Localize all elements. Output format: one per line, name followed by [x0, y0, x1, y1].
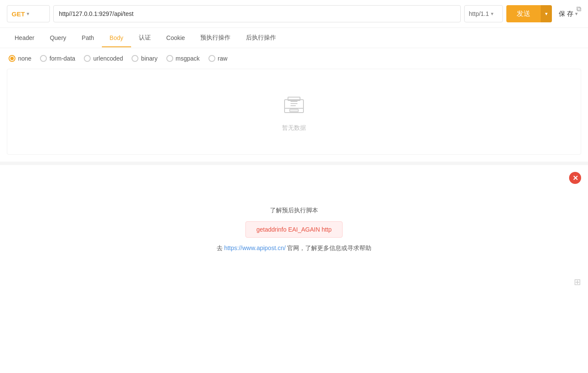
error-message-box: getaddrinfo EAI_AGAIN http	[245, 221, 342, 238]
svg-rect-3	[290, 109, 298, 112]
send-button-wrap: 发送 ▾	[506, 5, 552, 22]
layout-icon-symbol: ⊞	[574, 277, 581, 287]
radio-label-msgpack: msgpack	[176, 55, 200, 62]
top-bar: GET ▾ http/1.1 ▾ 发送 ▾ 保 存 ▾	[0, 0, 588, 28]
tab-post-exec[interactable]: 后执行操作	[238, 28, 284, 48]
save-label: 保 存	[559, 10, 573, 18]
radio-urlencoded[interactable]: urlencoded	[84, 55, 123, 62]
close-icon: ✕	[573, 174, 578, 182]
send-button[interactable]: 发送	[506, 5, 541, 22]
close-button[interactable]: ✕	[569, 172, 581, 184]
method-label: GET	[12, 10, 25, 18]
tab-body[interactable]: Body	[102, 28, 131, 47]
radio-circle-none	[9, 55, 15, 62]
radio-label-raw: raw	[218, 55, 228, 62]
body-content-area: 暂无数据	[7, 69, 581, 155]
body-type-bar: none form-data urlencoded binary msgpack…	[0, 48, 588, 69]
error-message-text: getaddrinfo EAI_AGAIN http	[256, 226, 331, 233]
tab-header[interactable]: Header	[7, 28, 42, 47]
radio-label-form-data: form-data	[49, 55, 75, 62]
tab-cookie[interactable]: Cookie	[159, 28, 193, 47]
bottom-content: 了解预后执行脚本 getaddrinfo EAI_AGAIN http 去 ht…	[7, 174, 581, 285]
method-dropdown-icon: ▾	[27, 11, 29, 17]
protocol-label: http/1.1	[469, 10, 489, 17]
radio-circle-binary	[132, 55, 138, 62]
website-prefix: 去	[217, 245, 224, 251]
radio-label-none: none	[18, 55, 31, 62]
send-dropdown-button[interactable]: ▾	[541, 5, 552, 22]
website-info: 去 https://www.apipost.cn/ 官网，了解更多信息或寻求帮助	[217, 245, 372, 252]
radio-label-urlencoded: urlencoded	[93, 55, 123, 62]
tab-query[interactable]: Query	[42, 28, 74, 47]
section-divider	[0, 162, 588, 165]
tabs-bar: Header Query Path Body 认证 Cookie 预执行操作 后…	[0, 28, 588, 48]
radio-binary[interactable]: binary	[132, 55, 157, 62]
website-link[interactable]: https://www.apipost.cn/	[224, 245, 285, 251]
tab-auth[interactable]: 认证	[131, 28, 159, 48]
tab-pre-exec[interactable]: 预执行操作	[193, 28, 238, 48]
protocol-select[interactable]: http/1.1 ▾	[464, 5, 503, 22]
tab-path[interactable]: Path	[74, 28, 102, 47]
radio-label-binary: binary	[141, 55, 157, 62]
url-input[interactable]	[53, 5, 461, 22]
learn-scripts-text: 了解预后执行脚本	[270, 207, 318, 214]
radio-inner-none	[10, 57, 14, 60]
radio-circle-msgpack	[166, 55, 173, 62]
bottom-section: ✕ 了解预后执行脚本 getaddrinfo EAI_AGAIN http 去 …	[0, 165, 588, 294]
website-suffix: 官网，了解更多信息或寻求帮助	[286, 245, 372, 251]
radio-raw[interactable]: raw	[208, 55, 228, 62]
radio-form-data[interactable]: form-data	[40, 55, 75, 62]
radio-circle-urlencoded	[84, 55, 91, 62]
empty-state-text: 暂无数据	[282, 124, 306, 132]
protocol-dropdown-icon: ▾	[491, 11, 493, 17]
radio-circle-form-data	[40, 55, 47, 62]
radio-msgpack[interactable]: msgpack	[166, 55, 200, 62]
radio-circle-raw	[208, 55, 215, 62]
radio-none[interactable]: none	[9, 55, 31, 62]
window-restore-icon[interactable]: ⧉	[576, 5, 581, 13]
layout-icon[interactable]: ⊞	[574, 277, 581, 287]
method-select[interactable]: GET ▾	[7, 5, 50, 22]
empty-state-icon	[281, 92, 307, 119]
